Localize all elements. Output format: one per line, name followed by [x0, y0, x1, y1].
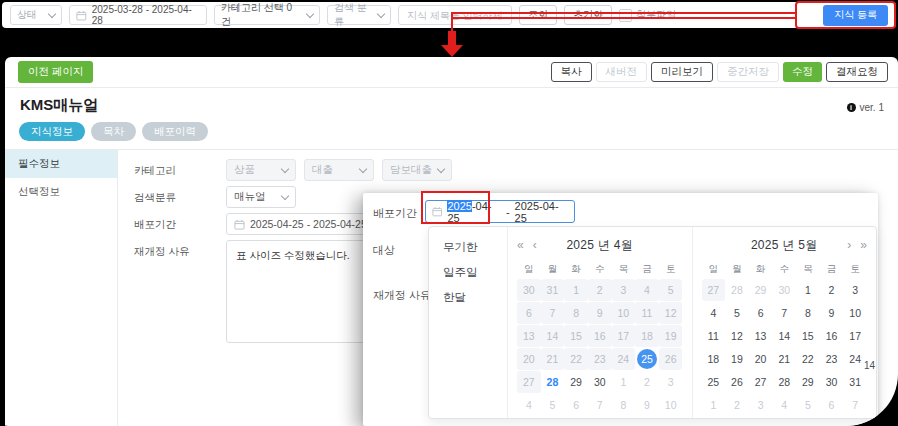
weekday-label: 금	[820, 261, 844, 276]
calendar-day[interactable]: 15	[796, 325, 820, 347]
annotation-connector	[451, 12, 453, 31]
calendar-day[interactable]: 27	[749, 371, 773, 393]
chevron-down-icon	[377, 9, 385, 17]
calendar-day[interactable]: 20	[749, 348, 773, 370]
calendar-day[interactable]: 26	[725, 371, 749, 393]
calendar-day: 7	[843, 394, 867, 416]
weekday-label: 토	[843, 261, 867, 276]
calendar-day[interactable]: 8	[796, 302, 820, 324]
calendar-day[interactable]: 18	[702, 348, 726, 370]
calendar-day: 16	[588, 325, 612, 347]
form-section-sidebar: 필수정보선택정보	[5, 150, 118, 426]
calendar-day: 6	[517, 302, 541, 324]
calendar-day: 23	[588, 348, 612, 370]
preview-button[interactable]: 미리보기	[651, 62, 713, 82]
sidebar-item-required-info[interactable]: 필수정보	[5, 150, 117, 178]
search-class-value-select[interactable]: 매뉴얼	[226, 186, 296, 208]
calendar-day[interactable]: 16	[820, 325, 844, 347]
option-indefinite[interactable]: 무기한	[443, 235, 507, 260]
approval-request-button[interactable]: 결재요청	[826, 62, 888, 82]
tab-toc[interactable]: 목차	[91, 122, 136, 141]
calendar-day[interactable]: 29	[564, 371, 588, 393]
edit-button[interactable]: 수정	[783, 62, 822, 82]
calendar-day[interactable]: 3	[843, 279, 867, 301]
tab-knowledge-info[interactable]: 지식정보	[19, 122, 85, 141]
calendar-day: 3	[612, 279, 636, 301]
sidebar-item-optional-info[interactable]: 선택정보	[5, 178, 117, 206]
calendar-day[interactable]: 13	[749, 325, 773, 347]
calendar-day[interactable]: 31	[843, 371, 867, 393]
calendar-day: 12	[659, 302, 683, 324]
calendar-day: 4	[517, 394, 541, 416]
calendar-day: 1	[612, 371, 636, 393]
calendar-day: 10	[612, 302, 636, 324]
calendar-day[interactable]: 25	[635, 348, 659, 370]
register-knowledge-button[interactable]: 지식 등록	[823, 5, 888, 26]
calendar-day: 9	[635, 394, 659, 416]
calendar-day[interactable]: 5	[725, 302, 749, 324]
period-start-value[interactable]: 2025-04-25	[447, 200, 500, 224]
version-indicator: i ver. 1	[847, 102, 884, 113]
category-filter-select[interactable]: 카테고리 선택 0건	[214, 5, 320, 25]
calendar-day[interactable]: 19	[725, 348, 749, 370]
calendar-day[interactable]: 14	[772, 325, 796, 347]
search-class-select[interactable]: 검색 분류	[327, 5, 391, 25]
calendar-day: 2	[635, 371, 659, 393]
selected-day: 25	[637, 349, 657, 369]
calendar-day: 4	[635, 279, 659, 301]
date-range-input[interactable]: 2025-03-28 - 2025-04-28	[69, 5, 207, 25]
calendar-day[interactable]: 22	[796, 348, 820, 370]
next-month-icon[interactable]: ›	[847, 238, 851, 252]
calendar-day[interactable]: 21	[772, 348, 796, 370]
quick-period-options: 무기한일주일한달	[429, 227, 507, 418]
attachment-checkbox[interactable]	[619, 9, 632, 22]
calendar-day[interactable]: 30	[588, 371, 612, 393]
calendar-day[interactable]: 9	[820, 302, 844, 324]
category-select: 대출	[304, 159, 374, 181]
calendar-day[interactable]: 12	[725, 325, 749, 347]
prev-year-icon[interactable]: «	[517, 238, 524, 252]
calendar-day[interactable]: 25	[702, 371, 726, 393]
next-year-icon[interactable]: »	[860, 238, 867, 252]
calendar-day[interactable]: 30	[820, 371, 844, 393]
calendar-months: «‹2025 년 4월일월화수목금토3031123456789101112131…	[507, 227, 876, 418]
title-search-field[interactable]	[398, 5, 512, 25]
calendar-day[interactable]: 28	[541, 371, 565, 393]
chevron-down-icon	[306, 9, 314, 17]
weekday-label: 수	[588, 261, 612, 276]
weekday-label: 일	[517, 261, 541, 276]
calendar-day[interactable]: 11	[702, 325, 726, 347]
new-version-button: 새버전	[596, 62, 648, 82]
tab-distribution-history[interactable]: 배포이력	[142, 122, 208, 141]
weekday-label: 월	[541, 261, 565, 276]
calendar-day[interactable]: 6	[749, 302, 773, 324]
calendar-day[interactable]: 2	[820, 279, 844, 301]
calendar-week: 45678910	[702, 302, 868, 325]
overlay-target-label: 대상	[373, 243, 395, 258]
calendar-day[interactable]: 23	[820, 348, 844, 370]
weekday-label: 목	[612, 261, 636, 276]
period-end-value[interactable]: 2025-04-25	[515, 200, 568, 224]
option-one-week[interactable]: 일주일	[443, 260, 507, 285]
calendar-day[interactable]: 1	[796, 279, 820, 301]
search-button[interactable]: 조회	[519, 5, 557, 25]
option-one-month[interactable]: 한달	[443, 285, 507, 310]
calendar-day[interactable]: 29	[796, 371, 820, 393]
status-select[interactable]: 상태	[10, 5, 62, 25]
calendar-day[interactable]: 4	[702, 302, 726, 324]
calendar-day: 28	[725, 279, 749, 301]
reset-button[interactable]: 초기화	[564, 5, 612, 25]
calendar-day[interactable]: 28	[772, 371, 796, 393]
overlay-period-date-input[interactable]: 2025-04-25 - 2025-04-25	[425, 200, 575, 223]
prev-month-icon[interactable]: ‹	[533, 238, 537, 252]
copy-button[interactable]: 복사	[551, 62, 592, 82]
calendar-day: 5	[541, 394, 565, 416]
calendar-day[interactable]: 7	[772, 302, 796, 324]
calendar-day[interactable]: 17	[843, 325, 867, 347]
calendar-day[interactable]: 10	[843, 302, 867, 324]
title-search-input[interactable]	[405, 9, 505, 22]
info-icon: i	[847, 103, 856, 112]
calendar-day: 2	[725, 394, 749, 416]
previous-page-button[interactable]: 이전 페이지	[18, 61, 93, 83]
weekday-label: 일	[702, 261, 726, 276]
